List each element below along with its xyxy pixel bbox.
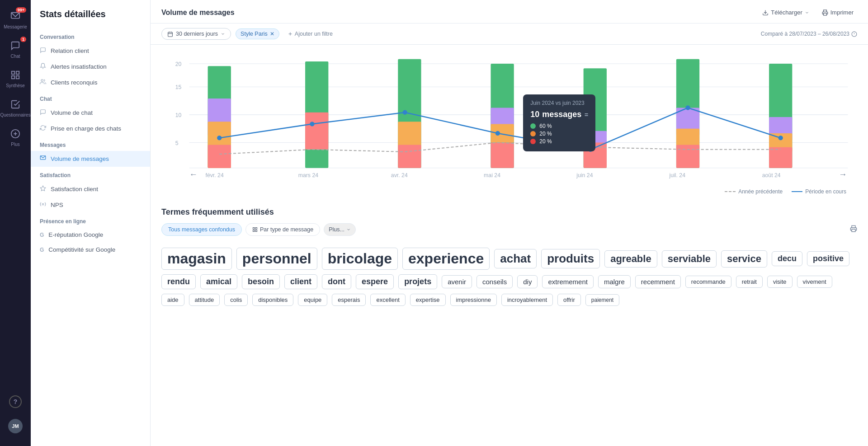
sidebar-item-messagerie[interactable]: 99+ Messagerie [0,5,31,34]
user-avatar[interactable]: JM [5,416,25,436]
word-tag[interactable]: colis [224,294,248,306]
word-tag[interactable]: magasin [161,248,232,270]
download-button[interactable]: Télécharger [759,7,812,18]
word-tag[interactable]: rendu [161,274,196,289]
svg-rect-4 [16,76,19,79]
terms-tab-type[interactable]: Par type de message [245,223,320,236]
word-tag[interactable]: visite [767,276,793,288]
word-tag[interactable]: equipe [298,294,327,306]
word-tag[interactable]: excellent [370,294,405,306]
word-tag[interactable]: serviable [662,250,717,268]
word-tag[interactable]: malgre [598,275,631,288]
prise-charge-label: Prise en charge des chats [51,125,121,132]
svg-point-8 [41,80,43,82]
word-tag[interactable]: agreable [604,250,657,268]
svg-text:mai 24: mai 24 [484,172,500,178]
word-tag[interactable]: experience [402,248,490,270]
terms-print-button[interactable] [850,225,857,234]
word-tag[interactable]: besoin [242,274,280,289]
word-tag[interactable]: conseils [476,275,513,288]
svg-rect-13 [823,13,826,15]
svg-point-59 [495,131,500,136]
print-button[interactable]: Imprimer [818,7,857,18]
volume-chat-label: Volume de chat [51,109,93,116]
sidebar-item-questionnaires[interactable]: Questionnaires [0,93,31,122]
word-tag[interactable]: decu [772,251,802,266]
word-tag[interactable]: client [284,274,317,289]
clients-icon [40,79,46,86]
word-tag[interactable]: attitude [189,294,220,306]
orange-dot [530,131,536,136]
help-button[interactable]: ? [5,393,25,411]
date-range-button[interactable]: 30 derniers jours [161,28,231,40]
word-tag[interactable]: expertise [410,294,446,306]
filters-row: 30 derniers jours Style Paris ✕ Ajouter … [151,23,868,45]
terms-more-button[interactable]: Plus... [324,223,356,236]
terms-tab-type-label: Par type de message [260,226,313,233]
terms-section: Termes fréquemment utilisés Tous message… [151,198,868,319]
word-tag[interactable]: avenir [442,275,472,288]
word-tag[interactable]: offrir [557,294,581,306]
tooltip-red-pct: 20 % [539,138,552,145]
word-tag[interactable]: personnel [236,248,317,270]
nav-item-satisfaction[interactable]: Satisfaction client [31,181,150,197]
section-label-conversation: Conversation [31,28,150,43]
word-tag[interactable]: vivement [797,276,832,288]
terms-tab-tous[interactable]: Tous messages confondus [161,223,242,236]
filter-close-button[interactable]: ✕ [270,31,274,37]
nav-item-relation-client[interactable]: Relation client [31,43,150,59]
nav-item-volume-messages[interactable]: Volume de messages [31,151,150,167]
add-filter-button[interactable]: Ajouter un filtre [284,29,336,39]
word-tag[interactable]: amical [200,274,237,289]
word-tag[interactable]: dont [322,274,351,289]
satisfaction-label: Satisfaction client [51,186,98,192]
download-label: Télécharger [771,9,802,16]
svg-rect-3 [12,76,14,79]
sidebar-item-plus[interactable]: Plus [0,122,31,151]
word-tag[interactable]: produits [541,249,600,268]
avatar: JM [8,419,23,433]
nav-item-alertes[interactable]: Alertes insatisfaction [31,59,150,75]
word-tag[interactable]: projets [398,274,437,289]
messagerie-badge: 99+ [16,7,26,13]
nav-item-nps[interactable]: NPS [31,197,150,213]
compared-text: Comparé à 28/07/2023 – 26/08/2023 [761,31,849,37]
terms-tabs: Tous messages confondus Par type de mess… [161,223,857,236]
nav-item-prise-charge[interactable]: Prise en charge des chats [31,121,150,136]
word-tag[interactable]: bricolage [322,248,398,270]
nav-item-volume-chat[interactable]: Volume de chat [31,105,150,121]
word-tag[interactable]: diy [517,275,538,288]
messagerie-label: Messagerie [4,24,27,29]
nav-item-clients[interactable]: Clients reconquis [31,75,150,90]
word-tag[interactable]: disponibles [252,294,293,306]
legend-previous: Année précédente [725,188,783,195]
main-content: Volume de messages Télécharger Imprimer … [151,0,868,446]
sidebar-item-chat[interactable]: 1 Chat [0,34,31,63]
word-tag[interactable]: impressionne [450,294,497,306]
word-tag[interactable]: esperais [332,294,366,306]
word-tag[interactable]: service [721,250,767,268]
svg-rect-44 [491,142,514,168]
topbar-actions: Télécharger Imprimer [759,7,857,18]
svg-point-58 [403,110,407,115]
word-cloud: magasinpersonnelbricolageexperienceachat… [161,243,857,310]
nav-item-e-reputation[interactable]: G E-réputation Google [31,227,150,242]
volume-messages-icon [40,155,46,163]
word-tag[interactable]: recommande [685,276,731,288]
sidebar-item-synthese[interactable]: Synthèse [0,63,31,93]
word-tag[interactable]: retrait [736,276,763,288]
word-tag[interactable]: incroyablement [501,294,553,306]
word-tag[interactable]: recemment [635,275,681,288]
word-tag[interactable]: extremement [542,275,594,288]
word-tag[interactable]: achat [494,249,537,268]
svg-text:juil. 24: juil. 24 [669,172,685,178]
word-tag[interactable]: paiement [585,294,619,306]
relation-client-label: Relation client [51,47,89,54]
prise-charge-icon [40,125,46,132]
word-tag[interactable]: positive [807,251,849,266]
word-tag[interactable]: espere [356,274,394,289]
word-tag[interactable]: aide [161,294,184,306]
nav-item-competitivite[interactable]: G Compétitivité sur Google [31,242,150,257]
active-filter-tag[interactable]: Style Paris ✕ [236,28,279,39]
tooltip-row-red: 20 % [530,138,588,145]
